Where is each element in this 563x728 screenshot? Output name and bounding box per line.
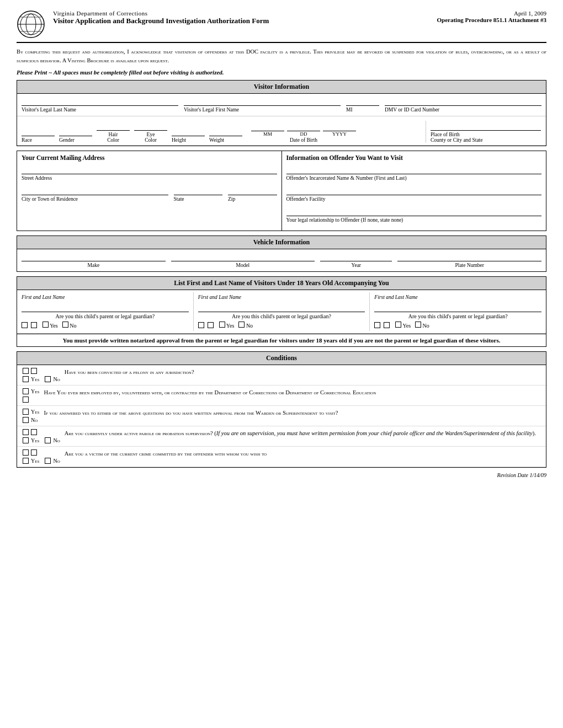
minors-header: List First and Last Name of Visitors Und… [17,277,546,290]
cond3-yes-box[interactable] [23,409,29,415]
last-name-input[interactable] [22,96,178,106]
cond4-yes-label: Yes [31,437,39,443]
year-input[interactable] [320,251,392,261]
minor3-yes-checkbox-1[interactable] [374,322,380,328]
minor1-guardian-text: Are you this child's parent or legal gua… [22,313,189,319]
dob-dd-label: DD [300,131,307,137]
cond1-cb2[interactable] [31,368,37,374]
cond1-no-box[interactable] [45,376,51,382]
make-input[interactable] [22,251,166,261]
cond4-cb2[interactable] [31,429,37,435]
hair-color-field: HairColor [97,121,130,143]
dob-dd-input[interactable] [287,121,320,131]
condition-item-1: Yes No Have you been convicted of a felo… [17,365,546,386]
minor3-name-input[interactable] [374,302,541,312]
dmv-input[interactable] [385,96,541,106]
mi-input[interactable] [346,96,379,106]
conditions-section: Conditions Yes No Have you been convicte… [17,351,546,468]
minor1-no-box[interactable] [62,322,68,328]
visitor-info-header: Visitor Information [17,81,546,94]
model-label: Model [236,263,249,268]
model-input[interactable] [171,251,315,261]
cond3-no-label: No [31,417,38,423]
offender-name-row: Offender's Incarcerated Name & Number (F… [286,164,542,181]
last-name-field: Visitor's Legal Last Name [22,96,178,113]
cond3-cb-bottom: No [23,417,39,423]
minor1-name-input[interactable] [22,302,189,312]
cond4-no-box[interactable] [45,437,51,443]
hair-input[interactable] [97,121,130,131]
minor3-no-label: No [415,322,429,329]
offender-facility-input[interactable] [286,185,542,195]
mi-field: MI [346,96,379,113]
offender-facility-row: Offender's Facility [286,185,542,202]
minor-col-2: First and Last Name Are you this child's… [194,292,370,331]
height-input[interactable] [172,126,205,136]
minors-section: List First and Last Name of Visitors Und… [17,276,546,347]
cond1-yes-label: Yes [31,376,39,382]
state-label: State [174,196,223,202]
cond5-yes-box[interactable] [23,458,29,464]
last-name-label: Visitor's Legal Last Name [22,107,178,113]
cond3-text: If you answered yes to either of the abo… [44,409,540,417]
state-input[interactable] [174,185,223,195]
eye-input[interactable] [134,121,167,131]
intro-paragraph: By completing this request and authoriza… [17,47,546,65]
minor2-no-box[interactable] [238,322,245,328]
dob-section: MM DD YYYY Date of Birth [251,119,356,143]
visitor-name-row: Visitor's Legal Last Name Visitor's Lega… [17,94,546,116]
cond2-no-box[interactable] [23,397,29,403]
minor1-yes-checkbox-1[interactable] [22,322,28,328]
minor2-yes-label: Yes [219,322,235,329]
cond5-yes-label: Yes [31,458,39,464]
cond4-yes-box[interactable] [23,437,29,443]
minor3-yes-checkbox-2[interactable] [384,322,390,328]
city-input[interactable] [22,185,168,195]
zip-input[interactable] [228,185,277,195]
dob-label: Date of Birth [251,137,356,143]
cond1-cb-bottom: Yes No [23,376,60,382]
race-input[interactable] [22,126,55,136]
cond4-text: Are you currently under active parole or… [65,429,540,438]
minor1-yes-box[interactable] [43,322,49,328]
relationship-input[interactable] [286,206,542,216]
offender-facility-label: Offender's Facility [286,196,542,202]
minor2-name-input[interactable] [198,302,365,312]
city-label: City or Town of Residence [22,196,168,202]
mailing-address-col: Your Current Mailing Address Street Addr… [17,151,282,231]
offender-name-input[interactable] [286,164,542,174]
height-label: Height [172,137,205,143]
dmv-field: DMV or ID Card Number [385,96,541,113]
minor2-yes-checkbox-2[interactable] [208,322,214,328]
street-input[interactable] [22,164,277,174]
cond1-checkboxes: Yes No [23,368,60,382]
minor1-name-label: First and Last Name [22,295,189,300]
cond1-yes-box[interactable] [23,376,29,382]
cond4-cb1[interactable] [23,429,29,435]
cond5-cb1[interactable] [23,449,29,456]
minor2-yes-checkbox-1[interactable] [198,322,204,328]
weight-input[interactable] [209,126,242,136]
minor3-name-label: First and Last Name [374,295,541,300]
address-offender-section: Your Current Mailing Address Street Addr… [17,151,546,231]
cond1-cb1[interactable] [23,368,29,374]
cond5-cb2[interactable] [31,449,37,456]
gender-input[interactable] [59,126,92,136]
plate-input[interactable] [397,251,541,261]
first-name-input[interactable] [184,96,341,106]
condition-item-5: Yes No Are you a victim of the current c… [17,447,546,467]
dob-mm-input[interactable] [251,121,284,131]
cond4-cb-top [23,429,60,435]
dob-yyyy-input[interactable] [323,121,356,131]
minor3-no-box[interactable] [415,322,421,328]
cond3-no-box[interactable] [23,417,29,423]
minor3-yes-box[interactable] [395,322,401,328]
minor2-yes-box[interactable] [219,322,225,328]
minor2-checkbox-row: Yes No [198,322,365,329]
cond5-no-box[interactable] [45,458,51,464]
minor1-yes-checkbox-2[interactable] [31,322,37,328]
gender-label: Gender [59,137,92,143]
cond2-yes-box[interactable] [23,388,29,394]
pob-input[interactable] [431,121,541,131]
minor3-checkbox-row: Yes No [374,322,541,329]
